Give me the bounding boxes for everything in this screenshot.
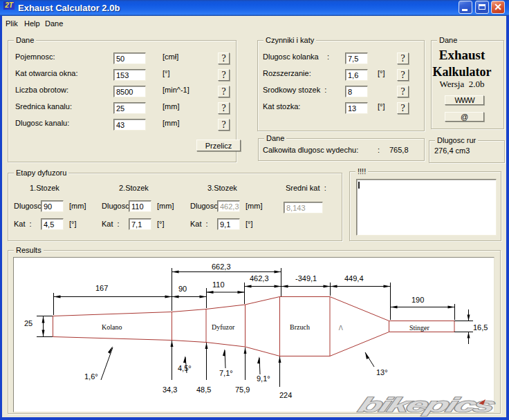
svg-text:Kolano: Kolano: [102, 323, 122, 331]
svg-text:Brzuch: Brzuch: [290, 323, 310, 331]
svg-text:25: 25: [24, 319, 33, 327]
svg-text:167: 167: [95, 284, 108, 292]
svg-text:Dyfuzor: Dyfuzor: [212, 323, 235, 331]
svg-text:Stinger: Stinger: [409, 324, 430, 332]
svg-text:7,1°: 7,1°: [219, 369, 233, 377]
svg-text:9,1°: 9,1°: [257, 374, 270, 383]
svg-text:48,5: 48,5: [196, 385, 211, 394]
svg-text:449,4: 449,4: [344, 274, 364, 283]
svg-text:110: 110: [212, 280, 225, 289]
svg-text:1,6°: 1,6°: [84, 372, 98, 381]
svg-text:224: 224: [279, 391, 292, 399]
svg-text:13°: 13°: [376, 368, 388, 376]
svg-text:bikepics: bikepics: [356, 394, 499, 417]
svg-text:/\: /\: [339, 324, 343, 332]
svg-text:662,3: 662,3: [212, 262, 231, 271]
svg-text:190: 190: [411, 296, 424, 304]
svg-text:34,3: 34,3: [163, 385, 177, 394]
svg-text:75,9: 75,9: [235, 385, 250, 394]
svg-text:462,3: 462,3: [250, 274, 269, 283]
svg-text:16,5: 16,5: [473, 323, 488, 332]
svg-text:4,5°: 4,5°: [178, 364, 192, 372]
svg-text:-349,1: -349,1: [295, 274, 317, 283]
svg-text:90: 90: [178, 285, 187, 293]
